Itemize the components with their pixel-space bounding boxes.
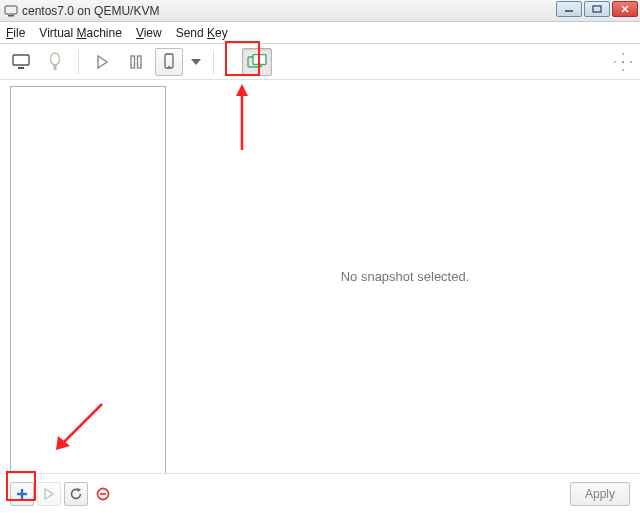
snapshot-list[interactable]: [10, 86, 166, 474]
fullscreen-button[interactable]: [612, 51, 634, 73]
toolbar-separator: [78, 50, 79, 74]
run-snapshot-button[interactable]: [37, 482, 61, 506]
close-button[interactable]: [612, 1, 638, 17]
svg-rect-11: [131, 56, 135, 68]
svg-point-22: [622, 60, 624, 62]
apply-button[interactable]: Apply: [570, 482, 630, 506]
shutdown-dropdown[interactable]: [187, 48, 205, 76]
svg-marker-18: [622, 53, 624, 56]
snapshot-sidebar: [0, 80, 170, 473]
app-icon: [4, 4, 18, 18]
shutdown-button[interactable]: [155, 48, 183, 76]
window-controls: [556, 0, 640, 17]
menu-file[interactable]: File: [6, 26, 25, 40]
svg-marker-10: [98, 56, 107, 68]
snapshots-button[interactable]: [242, 48, 272, 76]
apply-button-label: Apply: [585, 487, 615, 501]
svg-marker-15: [191, 59, 201, 65]
svg-rect-13: [165, 54, 173, 68]
menu-send-key[interactable]: Send Key: [176, 26, 228, 40]
content-area: No snapshot selected.: [0, 80, 640, 473]
bottom-toolbar: Apply: [0, 473, 640, 513]
svg-rect-9: [54, 65, 57, 70]
refresh-snapshot-button[interactable]: [64, 482, 88, 506]
svg-rect-7: [18, 67, 24, 69]
svg-point-8: [51, 53, 60, 65]
svg-marker-20: [614, 61, 617, 63]
svg-marker-25: [45, 489, 53, 499]
info-button[interactable]: [40, 48, 70, 76]
window-title: centos7.0 on QEMU/KVM: [22, 4, 159, 18]
console-button[interactable]: [6, 48, 36, 76]
svg-point-14: [168, 66, 170, 68]
toolbar-separator: [213, 50, 214, 74]
titlebar: centos7.0 on QEMU/KVM: [0, 0, 640, 22]
maximize-button[interactable]: [584, 1, 610, 17]
toolbar: [0, 44, 640, 80]
svg-marker-21: [629, 61, 632, 63]
menu-view[interactable]: View: [136, 26, 162, 40]
svg-rect-6: [13, 55, 29, 65]
svg-rect-0: [5, 6, 17, 14]
delete-snapshot-button[interactable]: [91, 482, 115, 506]
svg-marker-19: [622, 68, 624, 71]
menu-virtual-machine[interactable]: Virtual Machine: [39, 26, 122, 40]
pause-button[interactable]: [121, 48, 151, 76]
svg-rect-3: [593, 6, 601, 12]
empty-state-text: No snapshot selected.: [341, 269, 470, 284]
add-snapshot-button[interactable]: [10, 482, 34, 506]
snapshot-detail-pane: No snapshot selected.: [170, 80, 640, 473]
svg-marker-26: [77, 488, 81, 492]
minimize-button[interactable]: [556, 1, 582, 17]
svg-rect-12: [138, 56, 142, 68]
svg-rect-17: [253, 54, 266, 64]
menubar: File Virtual Machine View Send Key: [0, 22, 640, 44]
run-button[interactable]: [87, 48, 117, 76]
svg-rect-1: [8, 15, 14, 17]
